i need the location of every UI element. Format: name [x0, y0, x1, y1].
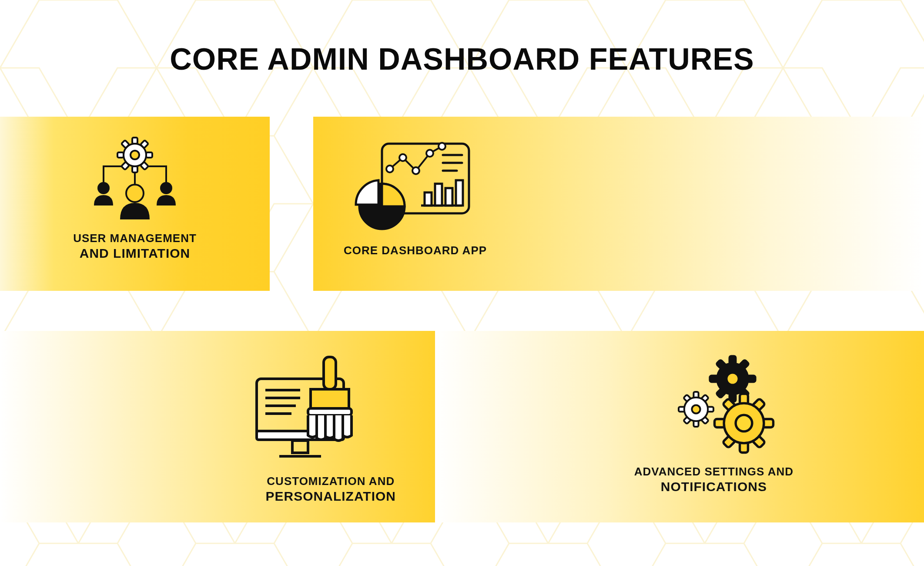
monitor-brush-icon	[0, 348, 396, 470]
svg-rect-41	[324, 357, 336, 389]
svg-rect-24	[435, 184, 442, 206]
svg-point-31	[439, 143, 445, 150]
svg-point-14	[131, 151, 139, 159]
users-gear-icon	[0, 131, 270, 232]
svg-point-15	[97, 182, 110, 194]
svg-rect-42	[308, 408, 352, 415]
svg-point-16	[160, 182, 172, 194]
svg-rect-7	[132, 166, 137, 172]
svg-point-17	[126, 185, 144, 202]
caption-line1: USER MANAGEMENT	[73, 232, 197, 245]
caption-line1: CUSTOMIZATION AND	[266, 475, 396, 488]
svg-rect-6	[132, 138, 137, 144]
svg-point-28	[399, 154, 406, 161]
svg-point-29	[412, 167, 419, 174]
page-title: CORE ADMIN DASHBOARD FEATURES	[0, 0, 924, 77]
feature-caption: CORE DASHBOARD APP	[339, 244, 487, 257]
svg-point-52	[726, 373, 738, 384]
svg-rect-25	[445, 188, 452, 206]
gears-icon	[435, 348, 793, 462]
svg-point-54	[736, 415, 752, 431]
svg-point-27	[386, 165, 393, 172]
feature-caption: CUSTOMIZATION AND PERSONALIZATION	[266, 475, 396, 504]
feature-caption: USER MANAGEMENT AND LIMITATION	[73, 232, 197, 261]
svg-point-53	[692, 405, 700, 413]
caption-line2: AND LIMITATION	[73, 246, 197, 261]
feature-card-user-management: USER MANAGEMENT AND LIMITATION	[0, 117, 270, 291]
feature-card-core-dashboard: CORE DASHBOARD APP	[313, 117, 924, 291]
feature-card-advanced-settings: ADVANCED SETTINGS AND NOTIFICATIONS	[435, 331, 924, 522]
svg-point-30	[426, 150, 433, 157]
feature-card-customization: CUSTOMIZATION AND PERSONALIZATION	[0, 331, 435, 522]
svg-rect-9	[146, 152, 152, 158]
caption-single: CORE DASHBOARD APP	[344, 244, 487, 257]
svg-rect-8	[117, 152, 124, 158]
caption-line2: PERSONALIZATION	[266, 489, 396, 504]
caption-line1: ADVANCED SETTINGS AND	[634, 465, 793, 478]
caption-line2: NOTIFICATIONS	[634, 479, 793, 494]
dashboard-analytics-icon	[339, 131, 924, 236]
svg-rect-26	[456, 180, 463, 206]
svg-rect-23	[425, 192, 432, 206]
feature-caption: ADVANCED SETTINGS AND NOTIFICATIONS	[634, 465, 793, 494]
svg-rect-35	[292, 441, 308, 453]
